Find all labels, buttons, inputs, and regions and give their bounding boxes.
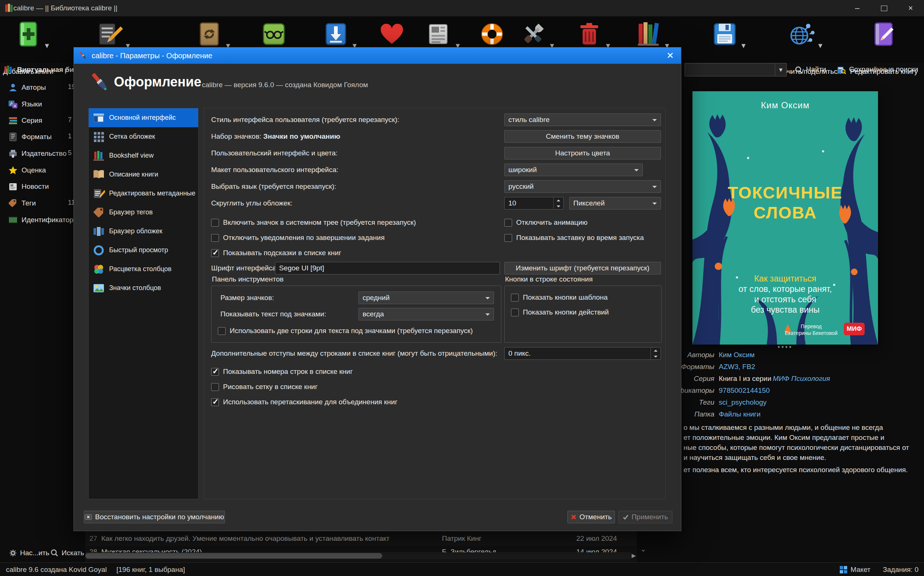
- preferences-button[interactable]: [519, 20, 547, 48]
- save-to-disk-button[interactable]: [711, 20, 739, 48]
- calibre-library-button[interactable]: [634, 20, 662, 48]
- formats-count: 1: [68, 133, 72, 140]
- detail-series-link[interactable]: МИФ Психология: [773, 374, 830, 383]
- detail-tags-link[interactable]: sci_psychology: [719, 398, 767, 406]
- language-select[interactable]: русский: [504, 180, 661, 193]
- tagbrowser-configure-button[interactable]: Нас...ить: [9, 549, 50, 557]
- cover-grid-icon: [92, 131, 105, 143]
- help-button[interactable]: [478, 20, 506, 48]
- detail-formats-link[interactable]: AZW3, FB2: [719, 363, 755, 371]
- spinner-arrows[interactable]: [553, 197, 563, 209]
- detail-authors-link[interactable]: Ким Оксим: [719, 351, 755, 359]
- grid-checkbox[interactable]: Рисовать сетку в списке книг: [211, 382, 318, 391]
- nav-column-coloring[interactable]: Расцветка столбцов: [89, 260, 198, 278]
- spinner-arrows[interactable]: [650, 347, 661, 359]
- round-corners-spinner[interactable]: 10: [504, 197, 564, 210]
- dialog-close-button[interactable]: ✕: [660, 48, 681, 64]
- library-icon: [634, 20, 662, 48]
- add-books-button[interactable]: [14, 20, 42, 48]
- close-button[interactable]: ×: [897, 0, 924, 16]
- row-number: 27: [86, 534, 97, 542]
- row-numbers-checkbox[interactable]: Показывать номера строк в списке книг: [211, 367, 353, 376]
- fetch-news-button[interactable]: [425, 20, 453, 48]
- nav-edit-metadata[interactable]: Редактировать метаданные: [89, 184, 198, 203]
- book-cover[interactable]: Ким Оксим ТОКСИЧНЫЕ СЛОВА Как защититься…: [692, 91, 878, 344]
- nav-tag-browser[interactable]: Браузер тегов: [89, 203, 198, 222]
- dialog-titlebar[interactable]: calibre - Параметры - Оформление ✕: [74, 48, 681, 64]
- show-splash-checkbox[interactable]: Показывать заставку во время запуска: [504, 233, 644, 242]
- detail-isbn-link[interactable]: 9785002144150: [719, 386, 770, 395]
- statusbar-group-title: Кнопки в строке состояния: [505, 275, 593, 283]
- text-under-icons-label: Показывать текст под значками:: [220, 308, 326, 320]
- detail-path-link[interactable]: Файлы книги: [719, 410, 761, 418]
- restore-defaults-button[interactable]: Восстановить настройки по умолчанию: [84, 511, 225, 523]
- disable-animations-checkbox[interactable]: Отключить анимацию: [504, 218, 588, 227]
- trash-icon: [575, 20, 604, 48]
- get-books-button[interactable]: [322, 20, 350, 48]
- template-buttons-checkbox[interactable]: Показать кнопки шаблона: [511, 293, 608, 302]
- nav-quickview[interactable]: Быстрый просмотр: [89, 241, 198, 260]
- search-dropdown-arrow[interactable]: ▾: [775, 63, 786, 76]
- search-history-combobox[interactable]: ▾: [685, 63, 787, 77]
- virtual-library-icon: [4, 65, 13, 75]
- save-to-disk-dropdown-arrow[interactable]: ▾: [741, 41, 746, 50]
- dialog-page-subtitle: calibre — версия 9.6.0 — создана Ковидом…: [202, 81, 368, 89]
- detail-row-path: Папка Файлы книги: [681, 409, 924, 419]
- scroll-right-arrow[interactable]: ▶: [632, 552, 636, 559]
- add-books-dropdown-arrow[interactable]: ▾: [45, 41, 49, 50]
- view-book-button[interactable]: [260, 20, 288, 48]
- connect-share-dropdown-arrow[interactable]: ▾: [818, 41, 822, 50]
- horizontal-scrollbar[interactable]: [85, 552, 631, 559]
- nav-book-details[interactable]: Описание книги: [89, 165, 198, 184]
- change-font-button[interactable]: Изменить шрифт (требуется перезапуск): [504, 262, 661, 274]
- cover-title-line1: ТОКСИЧНЫЕ: [692, 183, 878, 203]
- jobs-button[interactable]: Задания: 0: [883, 566, 918, 574]
- edit-metadata-button[interactable]: [95, 20, 123, 48]
- cover-translator-line1: Перевод: [781, 323, 841, 330]
- action-buttons-checkbox[interactable]: Показать кнопки действий: [511, 308, 609, 317]
- lookfeel-brush-icon: [89, 71, 110, 93]
- apply-button[interactable]: Применить: [618, 511, 673, 523]
- round-corners-unit-select[interactable]: Пикселей: [569, 197, 661, 210]
- find-small-label: Искать: [62, 549, 84, 557]
- systray-checkbox[interactable]: Включить значок в системном трее (требуе…: [211, 218, 416, 227]
- detail-row-series: Серия Книга I из серии МИФ Психология: [681, 373, 924, 384]
- minimize-button[interactable]: –: [844, 0, 871, 16]
- tagbrowser-find-button[interactable]: Искать: [50, 549, 84, 557]
- two-lines-checkbox[interactable]: Использовать две строки для текста под з…: [218, 326, 473, 335]
- cancel-button[interactable]: Отменить: [567, 511, 615, 523]
- text-under-icons-select[interactable]: всегда: [359, 308, 494, 320]
- edit-book-button[interactable]: [870, 20, 898, 48]
- icon-size-select[interactable]: средний: [359, 291, 494, 304]
- convert-books-button[interactable]: [195, 20, 223, 48]
- drag-merge-checkbox[interactable]: Использовать перетаскивание для объедине…: [211, 398, 397, 406]
- layout-button[interactable]: Макет: [850, 566, 871, 574]
- dialog-brush-icon: [78, 51, 88, 61]
- book-list-row-27[interactable]: 27 Как легко находить друзей. Умение мом…: [85, 531, 637, 546]
- ui-style-select[interactable]: стиль calibre: [504, 114, 661, 126]
- nav-cover-browser[interactable]: Браузер обложек: [89, 222, 198, 241]
- show-tooltips-checkbox[interactable]: Показывать подсказки в списке книг: [211, 248, 341, 258]
- status-selection: [196 книг, 1 выбрана]: [117, 566, 185, 574]
- ui-layout-select[interactable]: широкий: [504, 163, 643, 176]
- disable-notifications-checkbox[interactable]: Отключить уведомления по завершении зада…: [211, 233, 384, 242]
- nav-column-icons[interactable]: Значки столбцов: [89, 278, 198, 298]
- nav-bookshelf-view[interactable]: Bookshelf view: [89, 146, 198, 165]
- publisher-count: 5: [68, 149, 72, 157]
- cover-subtitle-line1: Как защититься: [692, 274, 878, 284]
- ui-font-field[interactable]: Segoe UI [9pt]: [275, 262, 500, 274]
- connect-share-button[interactable]: [788, 20, 816, 48]
- extra-spacing-spinner[interactable]: 0 пикс.: [504, 347, 661, 360]
- maximize-button[interactable]: [871, 0, 897, 16]
- remove-books-button[interactable]: [575, 20, 604, 48]
- nav-main-interface[interactable]: Основной интерфейс: [89, 108, 198, 127]
- donate-button[interactable]: [378, 20, 406, 48]
- languages-icon: Aя: [8, 99, 18, 109]
- nav-cover-grid[interactable]: Сетка обложек: [89, 127, 198, 146]
- change-icon-theme-button[interactable]: Сменить тему значков: [504, 130, 661, 143]
- ui-layout-label: Макет пользовательского интерфейса:: [211, 163, 338, 176]
- splitter-chevron-icon[interactable]: ⌄: [640, 544, 647, 554]
- scrollbar-thumb[interactable]: [85, 553, 382, 558]
- customize-colors-button[interactable]: Настроить цвета: [504, 147, 661, 160]
- detail-row-authors: Авторы Ким Оксим: [681, 350, 924, 360]
